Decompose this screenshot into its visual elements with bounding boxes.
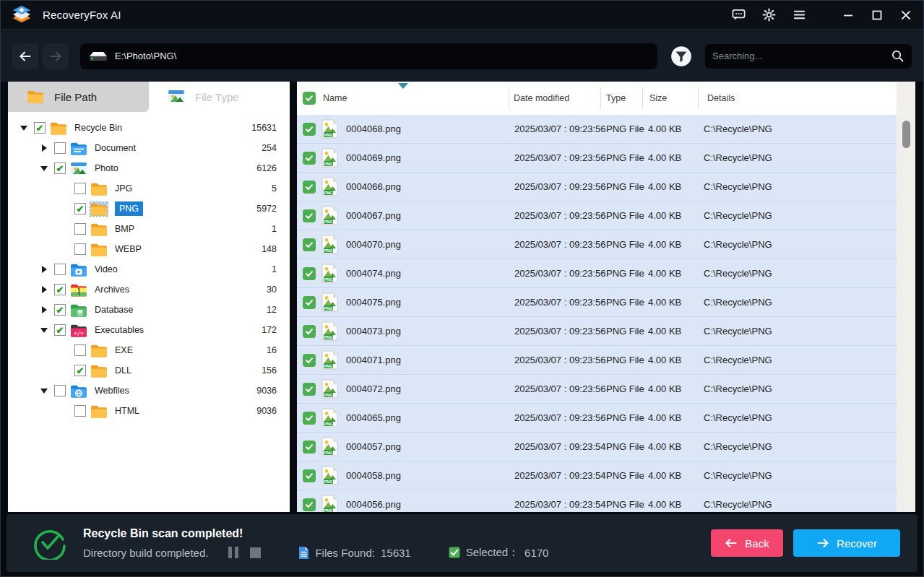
collapse-arrow-icon[interactable] [38, 144, 50, 152]
row-checkbox[interactable] [303, 152, 316, 165]
collapse-arrow-icon[interactable] [38, 266, 50, 273]
column-header-size[interactable]: Size [649, 82, 667, 115]
row-checkbox[interactable] [303, 296, 316, 309]
column-header-type[interactable]: Type [606, 82, 626, 115]
table-row[interactable]: PNG0004057.png2025/03/07 : 09:23:54PNG F… [297, 433, 897, 461]
sidebar-tabs: File Path File Type [8, 82, 290, 112]
tree-item-photo[interactable]: ✔Photo6126 [8, 158, 290, 178]
path-input[interactable]: E:\Photo\PNG\ [80, 43, 657, 69]
table-row[interactable]: PNG0004067.png2025/03/07 : 09:23:56PNG F… [297, 201, 897, 230]
tree-checkbox[interactable] [74, 183, 86, 194]
table-row[interactable]: PNG0004068.png2025/03/07 : 09:23:56PNG F… [297, 115, 897, 144]
row-checkbox[interactable] [303, 123, 316, 136]
stop-icon[interactable] [250, 547, 261, 558]
column-header-name[interactable]: Name [323, 82, 347, 115]
expand-arrow-icon[interactable] [18, 126, 30, 131]
tree-item-webp[interactable]: WEBP148 [8, 239, 290, 259]
table-row[interactable]: PNG0004066.png2025/03/07 : 09:23:56PNG F… [297, 173, 897, 201]
search-icon[interactable] [891, 49, 904, 63]
tree-checkbox[interactable] [54, 142, 66, 154]
tree-checkbox[interactable]: ✔ [54, 284, 66, 295]
tree-checkbox[interactable]: ✔ [74, 203, 86, 214]
file-details: C:\Recycle\PNG [704, 412, 897, 423]
tree-item-archives[interactable]: ✔ Archives30 [8, 279, 290, 300]
row-checkbox[interactable] [303, 412, 316, 425]
table-row[interactable]: PNG0004071.png2025/03/07 : 09:23:56PNG F… [297, 346, 897, 375]
minimize-button[interactable] [841, 8, 855, 22]
scrollbar-thumb[interactable] [902, 121, 910, 148]
feedback-icon[interactable] [731, 8, 746, 22]
forward-arrow-button[interactable] [43, 43, 69, 69]
row-checkbox[interactable] [303, 354, 316, 367]
tree-item-jpg[interactable]: JPG5 [8, 178, 290, 199]
vertical-scrollbar[interactable] [901, 115, 912, 512]
tree-item-label: Database [95, 305, 134, 315]
search-input[interactable] [712, 51, 891, 61]
column-header-details[interactable]: Details [707, 82, 735, 115]
tree-item-exe[interactable]: EXE16 [8, 340, 290, 360]
tree-item-dll[interactable]: ✔ DLL156 [8, 360, 290, 381]
table-row[interactable]: PNG0004056.png2025/03/07 : 09:23:54PNG F… [297, 490, 897, 512]
tree-checkbox[interactable] [54, 264, 66, 275]
table-row[interactable]: PNG0004070.png2025/03/07 : 09:23:56PNG F… [297, 230, 897, 259]
tree-item-label: Document [95, 143, 136, 153]
menu-icon[interactable] [792, 8, 806, 22]
tree-item-png[interactable]: ✔ PNG5972 [8, 199, 290, 219]
settings-gear-icon[interactable] [761, 8, 776, 22]
tree-item-count: 30 [267, 285, 290, 295]
tree-checkbox[interactable] [74, 243, 86, 255]
tree-item-bmp[interactable]: BMP1 [8, 219, 290, 239]
row-checkbox[interactable] [303, 209, 316, 222]
expand-arrow-icon[interactable] [38, 166, 50, 171]
back-arrow-button[interactable] [12, 43, 38, 69]
table-row[interactable]: PNG0004069.png2025/03/07 : 09:23:56PNG F… [297, 144, 897, 173]
tree-item-database[interactable]: ✔ Database12 [8, 300, 290, 320]
row-checkbox[interactable] [303, 469, 316, 482]
tree-checkbox[interactable] [74, 344, 86, 356]
row-checkbox[interactable] [303, 383, 316, 396]
tree-item-webfiles[interactable]: Webfiles9036 [8, 381, 290, 401]
column-header-date-modified[interactable]: Date modified [514, 82, 569, 115]
tree-checkbox[interactable]: ✔ [54, 324, 66, 336]
tree-checkbox[interactable]: ✔ [54, 162, 66, 174]
maximize-button[interactable] [870, 8, 884, 22]
row-checkbox[interactable] [303, 238, 316, 251]
close-button[interactable] [899, 8, 913, 22]
row-checkbox[interactable] [303, 441, 316, 454]
row-checkbox[interactable] [303, 498, 316, 511]
svg-text:PNG: PNG [324, 220, 333, 224]
expand-arrow-icon[interactable] [38, 328, 50, 333]
tree-checkbox[interactable]: ✔ [54, 304, 66, 316]
sort-indicator-icon[interactable] [398, 83, 408, 89]
tree-checkbox[interactable]: ✔ [34, 122, 46, 134]
row-checkbox[interactable] [303, 181, 316, 194]
table-row[interactable]: PNG0004074.png2025/03/07 : 09:23:56PNG F… [297, 259, 897, 288]
tree-item-document[interactable]: Document254 [8, 138, 290, 158]
collapse-arrow-icon[interactable] [38, 306, 50, 313]
table-row[interactable]: PNG0004065.png2025/03/07 : 09:23:56PNG F… [297, 404, 897, 433]
row-checkbox[interactable] [303, 267, 316, 280]
back-button[interactable]: Back [711, 529, 783, 557]
tree-checkbox[interactable]: ✔ [74, 365, 86, 376]
tree-item-recycle-bin[interactable]: ✔ Recycle Bin15631 [8, 118, 290, 138]
table-row[interactable]: PNG0004073.png2025/03/07 : 09:23:56PNG F… [297, 317, 897, 346]
table-row[interactable]: PNG0004075.png2025/03/07 : 09:23:56PNG F… [297, 288, 897, 317]
pause-icon[interactable] [228, 547, 238, 558]
tree-item-html[interactable]: HTML9036 [8, 401, 290, 421]
row-checkbox[interactable] [303, 325, 316, 338]
tree-item-video[interactable]: Video1 [8, 259, 290, 279]
tree-item-executables[interactable]: ✔ </>Executables172 [8, 320, 290, 340]
table-row[interactable]: PNG0004058.png2025/03/07 : 09:23:54PNG F… [297, 461, 897, 490]
recover-button[interactable]: Recover [793, 529, 900, 557]
tree-checkbox[interactable] [54, 385, 66, 396]
select-all-checkbox[interactable] [303, 92, 316, 105]
tree-checkbox[interactable] [74, 405, 86, 417]
filter-funnel-icon[interactable] [669, 44, 694, 69]
tree-checkbox[interactable] [74, 223, 86, 235]
tab-file-type[interactable]: File Type [149, 82, 290, 112]
table-row[interactable]: PNG0004072.png2025/03/07 : 09:23:56PNG F… [297, 375, 897, 404]
navigation-bar: E:\Photo\PNG\ [1, 30, 923, 82]
expand-arrow-icon[interactable] [38, 389, 50, 394]
collapse-arrow-icon[interactable] [38, 286, 50, 293]
tab-file-path[interactable]: File Path [8, 82, 149, 112]
